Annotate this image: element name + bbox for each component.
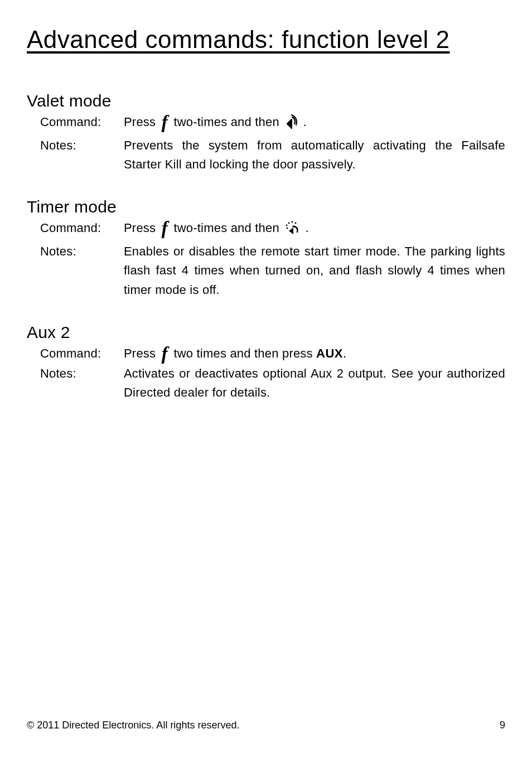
copyright-text: © 2011 Directed Electronics. All rights … <box>27 720 239 731</box>
svg-point-2 <box>288 223 290 224</box>
svg-point-4 <box>295 223 297 224</box>
page-title: Advanced commands: function level 2 <box>27 26 505 54</box>
section-heading: Aux 2 <box>27 323 505 342</box>
notes-row: Notes: Prevents the system from automati… <box>40 136 505 174</box>
section-aux-2: Aux 2 Command: Press f two times and the… <box>27 323 505 402</box>
section-timer-mode: Timer mode Command: Press f two-times an… <box>27 197 505 299</box>
command-content: Press f two-times and then . <box>124 113 505 135</box>
notes-row: Notes: Activates or deactivates optional… <box>40 364 505 402</box>
command-label: Command: <box>40 344 124 363</box>
page-number: 9 <box>500 720 505 731</box>
notes-label: Notes: <box>40 136 124 155</box>
page-footer: © 2011 Directed Electronics. All rights … <box>27 720 505 731</box>
section-heading: Valet mode <box>27 91 505 110</box>
command-row: Command: Press f two-times and then . <box>40 113 505 135</box>
notes-content: Activates or deactivates optional Aux 2 … <box>124 364 505 402</box>
notes-content: Enables or disables the remote start tim… <box>124 242 505 299</box>
remote-start-icon <box>284 220 301 241</box>
command-content: Press f two times and then press AUX. <box>124 344 505 363</box>
aux-label: AUX <box>316 346 343 360</box>
command-label: Command: <box>40 219 124 238</box>
command-row: Command: Press f two-times and then . <box>40 219 505 241</box>
section-heading: Timer mode <box>27 197 505 216</box>
notes-label: Notes: <box>40 364 124 383</box>
command-content: Press f two-times and then . <box>124 219 505 241</box>
svg-point-0 <box>286 225 288 226</box>
notes-content: Prevents the system from automatically a… <box>124 136 505 174</box>
notes-row: Notes: Enables or disables the remote st… <box>40 242 505 299</box>
svg-point-3 <box>292 221 293 223</box>
section-valet-mode: Valet mode Command: Press f two-times an… <box>27 91 505 174</box>
command-label: Command: <box>40 113 124 132</box>
speaker-icon <box>284 113 298 135</box>
svg-point-1 <box>287 228 288 229</box>
notes-label: Notes: <box>40 242 124 261</box>
command-row: Command: Press f two times and then pres… <box>40 344 505 363</box>
